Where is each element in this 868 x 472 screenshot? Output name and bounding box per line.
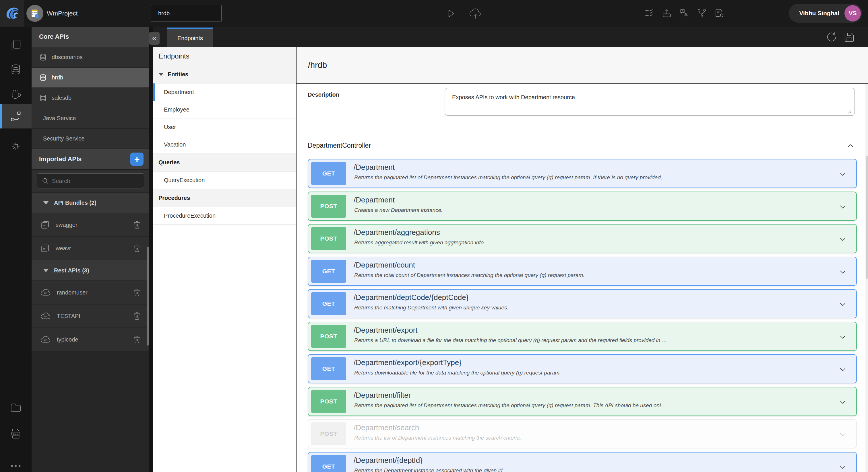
expand-chevron-icon[interactable] xyxy=(837,169,848,179)
tree-section-queries[interactable]: Queries xyxy=(153,154,296,171)
tree-item-user[interactable]: User xyxy=(153,119,296,136)
resize-grip-icon[interactable] xyxy=(846,109,851,114)
tree-section-label: Entities xyxy=(167,71,188,78)
save-icon[interactable] xyxy=(843,30,856,43)
expand-chevron-icon[interactable] xyxy=(837,462,848,472)
rail-item-database[interactable] xyxy=(0,60,32,80)
endpoint-card-post-department-export[interactable]: POST/Department/exportReturns a URL to d… xyxy=(308,322,857,351)
core-api-item-hrdb[interactable]: hrdb xyxy=(32,68,149,88)
pages-icon xyxy=(9,38,22,52)
core-api-item-salesdb[interactable]: salesdb xyxy=(32,88,149,108)
endpoint-description: Returns the matching Department with giv… xyxy=(354,305,508,311)
core-api-item-security-service[interactable]: Security Service xyxy=(32,129,149,149)
tree-item-employee[interactable]: Employee xyxy=(153,101,296,119)
rail-item-java-coffee[interactable] xyxy=(0,84,32,104)
expand-chevron-icon[interactable] xyxy=(837,299,848,310)
endpoint-card-get-department-deptid-[interactable]: GET/Department/{deptId}Returns the Depar… xyxy=(308,452,857,472)
api-connector-icon xyxy=(9,110,22,123)
endpoints-panel-title: Endpoints xyxy=(153,47,296,65)
rail-item-api-connector[interactable] xyxy=(0,104,32,129)
imported-api-item-typicode[interactable]: APItypicode xyxy=(32,328,149,351)
endpoint-description: Creates a new Department instance. xyxy=(354,207,443,213)
main-scrollbar-thumb[interactable] xyxy=(866,156,868,279)
git-branch-icon[interactable] xyxy=(696,8,707,19)
core-api-item-java-service[interactable]: Java Service xyxy=(32,108,149,129)
endpoint-card-get-department-export-exporttype-[interactable]: GET/Department/export/{exportType}Return… xyxy=(308,354,857,383)
endpoint-card-get-department-deptcode-deptcode-[interactable]: GET/Department/deptCode/{deptCode}Return… xyxy=(308,289,857,318)
rail-item-log-file[interactable]: LOG xyxy=(0,424,32,444)
settings-gear-icon xyxy=(9,140,22,153)
method-badge: POST xyxy=(311,325,346,348)
tree-item-department[interactable]: Department xyxy=(153,83,296,101)
delete-icon[interactable] xyxy=(132,288,142,297)
tab-endpoints[interactable]: Endpoints xyxy=(167,28,213,47)
delete-icon[interactable] xyxy=(132,311,142,321)
translate-icon[interactable]: A xyxy=(679,8,690,19)
expand-chevron-icon[interactable] xyxy=(837,429,848,440)
expand-chevron-icon[interactable] xyxy=(837,234,848,245)
tree-item-vacation[interactable]: Vacation xyxy=(153,136,296,154)
user-menu[interactable]: Vibhu Singhal VS xyxy=(789,4,862,23)
collapse-controller-icon[interactable] xyxy=(846,141,856,150)
tree-section-entities[interactable]: Entities xyxy=(153,65,296,83)
endpoint-card-post-department-search[interactable]: POST/Department/searchReturns the list o… xyxy=(308,419,857,448)
project-name[interactable]: WmProject xyxy=(47,0,78,27)
endpoint-path: /Department xyxy=(353,163,395,172)
database-icon xyxy=(39,73,48,82)
checklist-icon[interactable] xyxy=(644,8,655,19)
expand-chevron-icon[interactable] xyxy=(837,201,848,212)
top-action-icons: A xyxy=(644,8,725,19)
imported-api-item-swagger[interactable]: APIswagger xyxy=(32,213,149,237)
main-scrollbar-track[interactable] xyxy=(865,84,868,472)
imported-api-item-weavr[interactable]: APIweavr xyxy=(32,237,149,260)
export-box-icon[interactable] xyxy=(661,8,672,19)
tree-item-queryexecution[interactable]: QueryExecution xyxy=(153,171,296,189)
rail-item-settings-gear[interactable] xyxy=(0,136,32,156)
endpoint-card-get-department[interactable]: GET/DepartmentReturns the paginated list… xyxy=(308,159,857,188)
delete-icon[interactable] xyxy=(132,220,142,230)
endpoint-card-post-department-aggregations[interactable]: POST/Department/aggregationsReturns aggr… xyxy=(308,224,857,253)
cloud-upload-icon[interactable] xyxy=(468,6,483,21)
expand-chevron-icon[interactable] xyxy=(837,266,848,277)
group-header-api-bundles-2-[interactable]: API Bundles (2) xyxy=(32,193,149,213)
expand-chevron-icon[interactable] xyxy=(837,364,848,375)
user-avatar: VS xyxy=(844,5,861,22)
collapse-panel-button[interactable]: « xyxy=(149,32,160,45)
expand-chevron-icon[interactable] xyxy=(837,397,848,407)
tab-bar: Endpoints xyxy=(153,27,868,47)
run-play-icon[interactable] xyxy=(444,7,457,20)
tree-item-procedureexecution[interactable]: ProcedureExecution xyxy=(153,207,296,225)
file-sync-icon[interactable] xyxy=(714,8,725,19)
caret-down-icon xyxy=(158,73,164,76)
imported-apis-groups: API Bundles (2)APIswaggerAPIweavrRest AP… xyxy=(32,193,149,351)
rail-item-folder[interactable] xyxy=(0,398,32,418)
expand-chevron-icon[interactable] xyxy=(837,332,848,342)
refresh-icon[interactable] xyxy=(825,30,838,43)
app: WmProject A Vibhu Singhal VS LOG Core AP… xyxy=(0,0,868,472)
add-imported-api-button[interactable]: + xyxy=(130,153,144,166)
endpoint-card-post-department-filter[interactable]: POST/Department/filterReturns the pagina… xyxy=(308,387,857,416)
project-search-input[interactable] xyxy=(151,5,222,22)
wavemaker-logo[interactable] xyxy=(0,0,24,27)
delete-icon[interactable] xyxy=(132,335,142,344)
endpoint-path: /Department/aggregations xyxy=(353,228,440,237)
more-dots-icon xyxy=(9,460,22,472)
description-textarea[interactable]: Exposes APIs to work with Department res… xyxy=(445,88,855,115)
svg-text:LOG: LOG xyxy=(13,432,19,435)
rail-item-pages[interactable] xyxy=(0,35,32,55)
core-api-item-dbscenarios[interactable]: dbscenarios xyxy=(32,47,149,68)
imported-api-item-testapi[interactable]: APITESTAPI xyxy=(32,305,149,328)
endpoint-card-get-department-count[interactable]: GET/Department/countReturns the total co… xyxy=(308,257,857,286)
imported-api-item-randomuser[interactable]: APIrandomuser xyxy=(32,281,149,305)
project-avatar[interactable] xyxy=(26,5,43,22)
group-header-rest-apis-3-[interactable]: Rest APIs (3) xyxy=(32,260,149,281)
delete-icon[interactable] xyxy=(132,243,142,253)
tree-section-procedures[interactable]: Procedures xyxy=(153,189,296,207)
main-content: Description Exposes APIs to work with De… xyxy=(297,84,868,472)
endpoint-card-post-department[interactable]: POST/DepartmentCreates a new Department … xyxy=(308,192,857,221)
core-panel-scrollbar[interactable] xyxy=(147,247,149,345)
svg-text:A: A xyxy=(682,10,683,12)
rail-item-more-dots[interactable] xyxy=(0,456,32,472)
endpoint-description: Returns the paginated list of Department… xyxy=(354,402,666,409)
imported-apis-search-input[interactable] xyxy=(37,173,144,189)
